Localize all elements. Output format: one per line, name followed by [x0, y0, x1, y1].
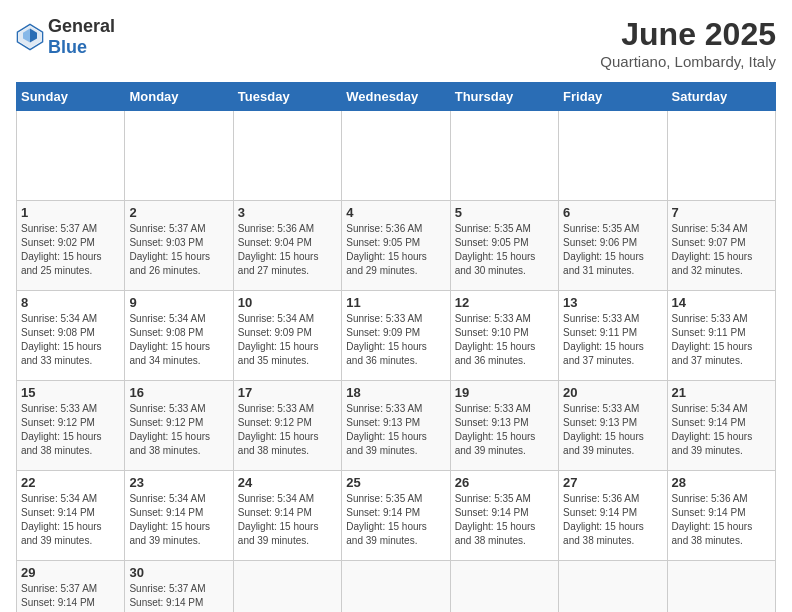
- calendar-subtitle: Quartiano, Lombardy, Italy: [600, 53, 776, 70]
- col-wednesday: Wednesday: [342, 83, 450, 111]
- day-number: 5: [455, 205, 554, 220]
- logo-text: General Blue: [48, 16, 115, 58]
- calendar-week-1: [17, 111, 776, 201]
- calendar-cell: 19Sunrise: 5:33 AMSunset: 9:13 PMDayligh…: [450, 381, 558, 471]
- day-number: 4: [346, 205, 445, 220]
- logo-blue: Blue: [48, 37, 87, 57]
- day-number: 10: [238, 295, 337, 310]
- calendar-cell: [559, 111, 667, 201]
- day-number: 11: [346, 295, 445, 310]
- calendar-cell: 15Sunrise: 5:33 AMSunset: 9:12 PMDayligh…: [17, 381, 125, 471]
- calendar-week-3: 8Sunrise: 5:34 AMSunset: 9:08 PMDaylight…: [17, 291, 776, 381]
- calendar-week-5: 22Sunrise: 5:34 AMSunset: 9:14 PMDayligh…: [17, 471, 776, 561]
- day-info: Sunrise: 5:37 AMSunset: 9:14 PMDaylight:…: [129, 582, 228, 612]
- day-info: Sunrise: 5:34 AMSunset: 9:14 PMDaylight:…: [672, 402, 771, 458]
- day-number: 3: [238, 205, 337, 220]
- day-number: 21: [672, 385, 771, 400]
- day-info: Sunrise: 5:34 AMSunset: 9:14 PMDaylight:…: [129, 492, 228, 548]
- calendar-cell: [559, 561, 667, 613]
- day-info: Sunrise: 5:36 AMSunset: 9:05 PMDaylight:…: [346, 222, 445, 278]
- calendar-cell: 27Sunrise: 5:36 AMSunset: 9:14 PMDayligh…: [559, 471, 667, 561]
- calendar-cell: 26Sunrise: 5:35 AMSunset: 9:14 PMDayligh…: [450, 471, 558, 561]
- calendar-cell: 12Sunrise: 5:33 AMSunset: 9:10 PMDayligh…: [450, 291, 558, 381]
- calendar-cell: [450, 111, 558, 201]
- calendar-cell: [667, 111, 775, 201]
- day-number: 13: [563, 295, 662, 310]
- col-tuesday: Tuesday: [233, 83, 341, 111]
- calendar-cell: 10Sunrise: 5:34 AMSunset: 9:09 PMDayligh…: [233, 291, 341, 381]
- calendar-cell: 2Sunrise: 5:37 AMSunset: 9:03 PMDaylight…: [125, 201, 233, 291]
- calendar-cell: 21Sunrise: 5:34 AMSunset: 9:14 PMDayligh…: [667, 381, 775, 471]
- calendar-cell: 22Sunrise: 5:34 AMSunset: 9:14 PMDayligh…: [17, 471, 125, 561]
- day-number: 6: [563, 205, 662, 220]
- calendar-cell: 14Sunrise: 5:33 AMSunset: 9:11 PMDayligh…: [667, 291, 775, 381]
- day-info: Sunrise: 5:34 AMSunset: 9:09 PMDaylight:…: [238, 312, 337, 368]
- calendar-cell: 23Sunrise: 5:34 AMSunset: 9:14 PMDayligh…: [125, 471, 233, 561]
- calendar-cell: 13Sunrise: 5:33 AMSunset: 9:11 PMDayligh…: [559, 291, 667, 381]
- calendar-cell: [233, 561, 341, 613]
- day-number: 29: [21, 565, 120, 580]
- calendar-cell: 3Sunrise: 5:36 AMSunset: 9:04 PMDaylight…: [233, 201, 341, 291]
- calendar-cell: 17Sunrise: 5:33 AMSunset: 9:12 PMDayligh…: [233, 381, 341, 471]
- day-number: 2: [129, 205, 228, 220]
- day-number: 17: [238, 385, 337, 400]
- day-number: 23: [129, 475, 228, 490]
- day-number: 24: [238, 475, 337, 490]
- day-info: Sunrise: 5:35 AMSunset: 9:14 PMDaylight:…: [346, 492, 445, 548]
- day-info: Sunrise: 5:34 AMSunset: 9:08 PMDaylight:…: [21, 312, 120, 368]
- calendar-header: General Blue June 2025 Quartiano, Lombar…: [16, 16, 776, 70]
- calendar-cell: 18Sunrise: 5:33 AMSunset: 9:13 PMDayligh…: [342, 381, 450, 471]
- day-number: 16: [129, 385, 228, 400]
- day-info: Sunrise: 5:33 AMSunset: 9:13 PMDaylight:…: [455, 402, 554, 458]
- day-number: 12: [455, 295, 554, 310]
- day-number: 15: [21, 385, 120, 400]
- col-saturday: Saturday: [667, 83, 775, 111]
- calendar-cell: [233, 111, 341, 201]
- day-info: Sunrise: 5:33 AMSunset: 9:10 PMDaylight:…: [455, 312, 554, 368]
- col-sunday: Sunday: [17, 83, 125, 111]
- day-number: 27: [563, 475, 662, 490]
- day-number: 28: [672, 475, 771, 490]
- day-number: 20: [563, 385, 662, 400]
- col-friday: Friday: [559, 83, 667, 111]
- day-info: Sunrise: 5:35 AMSunset: 9:05 PMDaylight:…: [455, 222, 554, 278]
- day-number: 26: [455, 475, 554, 490]
- day-info: Sunrise: 5:36 AMSunset: 9:14 PMDaylight:…: [672, 492, 771, 548]
- day-info: Sunrise: 5:34 AMSunset: 9:08 PMDaylight:…: [129, 312, 228, 368]
- calendar-title: June 2025: [600, 16, 776, 53]
- calendar-header-row: Sunday Monday Tuesday Wednesday Thursday…: [17, 83, 776, 111]
- calendar-cell: [342, 111, 450, 201]
- logo-general: General: [48, 16, 115, 36]
- calendar-cell: 25Sunrise: 5:35 AMSunset: 9:14 PMDayligh…: [342, 471, 450, 561]
- calendar-cell: [125, 111, 233, 201]
- day-info: Sunrise: 5:35 AMSunset: 9:14 PMDaylight:…: [455, 492, 554, 548]
- calendar-cell: 20Sunrise: 5:33 AMSunset: 9:13 PMDayligh…: [559, 381, 667, 471]
- calendar-cell: 5Sunrise: 5:35 AMSunset: 9:05 PMDaylight…: [450, 201, 558, 291]
- day-number: 19: [455, 385, 554, 400]
- day-number: 8: [21, 295, 120, 310]
- day-info: Sunrise: 5:33 AMSunset: 9:12 PMDaylight:…: [21, 402, 120, 458]
- day-number: 22: [21, 475, 120, 490]
- calendar-cell: [342, 561, 450, 613]
- col-monday: Monday: [125, 83, 233, 111]
- day-number: 1: [21, 205, 120, 220]
- day-info: Sunrise: 5:37 AMSunset: 9:02 PMDaylight:…: [21, 222, 120, 278]
- day-number: 14: [672, 295, 771, 310]
- day-info: Sunrise: 5:33 AMSunset: 9:12 PMDaylight:…: [238, 402, 337, 458]
- calendar-cell: 7Sunrise: 5:34 AMSunset: 9:07 PMDaylight…: [667, 201, 775, 291]
- day-info: Sunrise: 5:37 AMSunset: 9:14 PMDaylight:…: [21, 582, 120, 612]
- day-info: Sunrise: 5:35 AMSunset: 9:06 PMDaylight:…: [563, 222, 662, 278]
- day-info: Sunrise: 5:34 AMSunset: 9:14 PMDaylight:…: [21, 492, 120, 548]
- logo: General Blue: [16, 16, 115, 58]
- calendar-table: Sunday Monday Tuesday Wednesday Thursday…: [16, 82, 776, 612]
- day-info: Sunrise: 5:33 AMSunset: 9:09 PMDaylight:…: [346, 312, 445, 368]
- calendar-cell: 8Sunrise: 5:34 AMSunset: 9:08 PMDaylight…: [17, 291, 125, 381]
- calendar-cell: 29Sunrise: 5:37 AMSunset: 9:14 PMDayligh…: [17, 561, 125, 613]
- day-info: Sunrise: 5:34 AMSunset: 9:14 PMDaylight:…: [238, 492, 337, 548]
- day-info: Sunrise: 5:34 AMSunset: 9:07 PMDaylight:…: [672, 222, 771, 278]
- col-thursday: Thursday: [450, 83, 558, 111]
- calendar-cell: 9Sunrise: 5:34 AMSunset: 9:08 PMDaylight…: [125, 291, 233, 381]
- day-info: Sunrise: 5:36 AMSunset: 9:04 PMDaylight:…: [238, 222, 337, 278]
- calendar-cell: [450, 561, 558, 613]
- calendar-cell: 1Sunrise: 5:37 AMSunset: 9:02 PMDaylight…: [17, 201, 125, 291]
